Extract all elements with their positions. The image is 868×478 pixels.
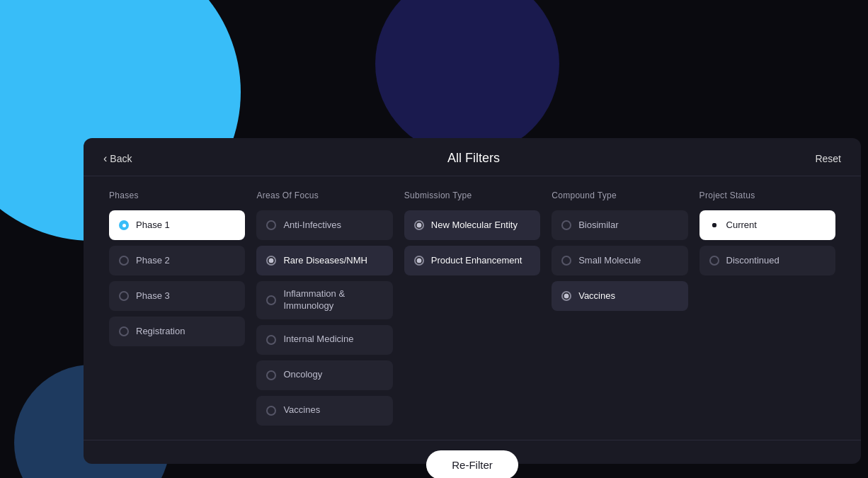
oncology-radio: [266, 370, 276, 380]
anti-infectives-label: Anti-Infectives: [283, 220, 341, 232]
inflammation-option[interactable]: Inflammation & Immunology: [256, 281, 392, 319]
internal-medicine-option[interactable]: Internal Medicine: [256, 325, 392, 355]
biosimilar-option[interactable]: Biosimilar: [552, 210, 687, 240]
bg-circle-navy: [375, 0, 559, 156]
modal-header: ‹ Back All Filters Reset: [84, 138, 861, 176]
refilter-button[interactable]: Re-Filter: [426, 450, 518, 478]
inflammation-radio: [266, 295, 276, 305]
biosimilar-radio: [561, 220, 571, 230]
rare-diseases-option[interactable]: Rare Diseases/NMH: [256, 246, 392, 275]
anti-infectives-option[interactable]: Anti-Infectives: [256, 210, 392, 240]
product-enhancement-option[interactable]: Product Enhancement: [404, 246, 540, 275]
rare-diseases-label: Rare Diseases/NMH: [283, 255, 367, 267]
rare-diseases-radio: [266, 256, 276, 266]
areas-of-focus-options: Anti-Infectives Rare Diseases/NMH Inflam…: [256, 210, 392, 426]
phase3-label: Phase 3: [136, 290, 170, 302]
phase2-option[interactable]: Phase 2: [109, 246, 245, 275]
vaccines-ct-option[interactable]: Vaccines: [552, 281, 687, 311]
discontinued-option[interactable]: Discontinued: [699, 246, 835, 275]
vaccines-ct-label: Vaccines: [578, 290, 615, 302]
phases-options: Phase 1 Phase 2 Phase 3 Registration: [109, 210, 245, 346]
anti-infectives-radio: [266, 220, 276, 230]
oncology-label: Oncology: [283, 369, 322, 381]
vaccines-ct-radio: [561, 291, 571, 301]
filter-modal: ‹ Back All Filters Reset Phases Phase 1 …: [84, 138, 861, 464]
phase1-radio: [119, 220, 129, 230]
back-button[interactable]: ‹ Back: [103, 152, 132, 165]
current-label: Current: [726, 220, 757, 232]
registration-option[interactable]: Registration: [109, 317, 245, 346]
new-molecular-entity-option[interactable]: New Molecular Entity: [404, 210, 540, 240]
phase1-label: Phase 1: [136, 220, 170, 232]
vaccines-aof-label: Vaccines: [283, 404, 320, 416]
oncology-option[interactable]: Oncology: [256, 360, 392, 390]
biosimilar-label: Biosimilar: [578, 220, 618, 232]
areas-of-focus-header: Areas Of Focus: [256, 190, 392, 200]
submission-type-column: Submission Type New Molecular Entity Pro…: [399, 190, 546, 426]
vaccines-aof-option[interactable]: Vaccines: [256, 396, 392, 426]
current-option[interactable]: Current: [699, 210, 835, 240]
phase3-radio: [119, 291, 129, 301]
phases-header: Phases: [109, 190, 245, 200]
chevron-left-icon: ‹: [103, 152, 107, 165]
compound-type-column: Compound Type Biosimilar Small Molecule …: [546, 190, 693, 426]
registration-label: Registration: [136, 326, 185, 338]
reset-button[interactable]: Reset: [815, 153, 841, 164]
project-status-column: Project Status Current Discontinued: [694, 190, 841, 426]
phase1-option[interactable]: Phase 1: [109, 210, 245, 240]
vaccines-aof-radio: [266, 406, 276, 416]
back-label: Back: [110, 153, 132, 164]
project-status-options: Current Discontinued: [699, 210, 835, 275]
compound-type-options: Biosimilar Small Molecule Vaccines: [552, 210, 687, 311]
discontinued-label: Discontinued: [726, 255, 780, 267]
modal-footer: Re-Filter: [84, 440, 861, 478]
small-molecule-option[interactable]: Small Molecule: [552, 246, 687, 275]
small-molecule-label: Small Molecule: [578, 255, 641, 267]
nme-label: New Molecular Entity: [431, 220, 518, 232]
compound-type-header: Compound Type: [552, 190, 687, 200]
discontinued-radio: [709, 256, 719, 266]
submission-type-header: Submission Type: [404, 190, 540, 200]
phase2-label: Phase 2: [136, 255, 170, 267]
phases-column: Phases Phase 1 Phase 2 Phase 3 Registrat…: [103, 190, 251, 426]
phase2-radio: [119, 256, 129, 266]
internal-medicine-label: Internal Medicine: [283, 334, 353, 346]
modal-title: All Filters: [447, 151, 500, 166]
registration-radio: [119, 326, 129, 336]
current-radio: [709, 220, 719, 230]
inflammation-label: Inflammation & Immunology: [283, 288, 382, 312]
internal-medicine-radio: [266, 335, 276, 345]
phase3-option[interactable]: Phase 3: [109, 281, 245, 311]
submission-type-options: New Molecular Entity Product Enhancement: [404, 210, 540, 275]
project-status-header: Project Status: [699, 190, 835, 200]
small-molecule-radio: [561, 256, 571, 266]
areas-of-focus-column: Areas Of Focus Anti-Infectives Rare Dise…: [251, 190, 398, 426]
filters-grid: Phases Phase 1 Phase 2 Phase 3 Registrat…: [84, 176, 861, 440]
nme-radio: [414, 220, 424, 230]
pe-radio: [414, 256, 424, 266]
pe-label: Product Enhancement: [431, 255, 522, 267]
